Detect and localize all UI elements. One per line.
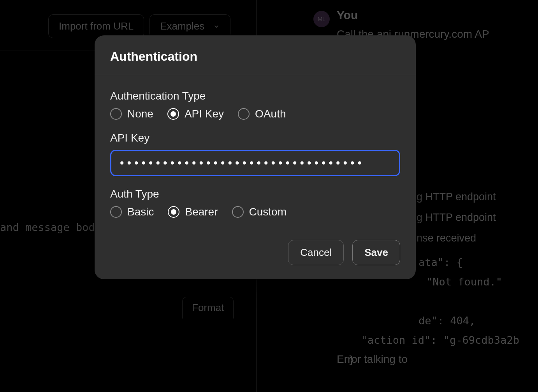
auth-type-group: Auth Type Basic Bearer Custom [110, 188, 400, 218]
auth-type-label: Auth Type [110, 188, 400, 200]
radio-icon [110, 108, 122, 120]
endpoint-line: g HTTP endpoint [417, 207, 496, 228]
format-button[interactable]: Format [182, 297, 234, 318]
examples-dropdown[interactable]: Examples [149, 14, 230, 38]
examples-label: Examples [160, 20, 204, 32]
save-button[interactable]: Save [352, 240, 400, 265]
authentication-modal: Authentication Authentication Type None … [95, 35, 416, 279]
you-label: You [337, 9, 358, 22]
radio-custom[interactable]: Custom [232, 206, 287, 218]
api-key-input[interactable] [110, 150, 400, 176]
modal-footer: Cancel Save [95, 238, 416, 279]
code-snippet-left: and message body" [0, 221, 107, 233]
radio-bearer[interactable]: Bearer [168, 206, 218, 218]
radio-icon [232, 206, 244, 218]
modal-header: Authentication [95, 35, 416, 75]
authentication-type-group: Authentication Type None API Key OAuth [110, 90, 400, 120]
api-key-label: API Key [110, 132, 400, 144]
endpoint-line: g HTTP endpoint [417, 187, 496, 207]
radio-icon [238, 108, 250, 120]
avatar-initials: ML [318, 16, 325, 22]
radio-label: Basic [127, 206, 154, 218]
radio-label: None [127, 108, 153, 120]
avatar: ML [313, 11, 330, 27]
radio-icon [110, 206, 122, 218]
radio-label: Bearer [185, 206, 218, 218]
auth-type-options: Basic Bearer Custom [110, 206, 400, 218]
modal-body: Authentication Type None API Key OAuth A… [95, 75, 416, 238]
authentication-type-options: None API Key OAuth [110, 108, 400, 120]
radio-label: API Key [185, 108, 224, 120]
radio-label: OAuth [255, 108, 286, 120]
error-text: Error talking to [337, 353, 408, 366]
radio-label: Custom [249, 206, 287, 218]
radio-basic[interactable]: Basic [110, 206, 154, 218]
radio-oauth[interactable]: OAuth [238, 108, 286, 120]
cancel-button[interactable]: Cancel [288, 240, 344, 265]
import-label: Import from URL [59, 20, 134, 32]
endpoint-line: nse received [417, 228, 496, 248]
format-label: Format [192, 302, 224, 313]
api-key-group: API Key [110, 132, 400, 176]
modal-title: Authentication [110, 49, 400, 64]
endpoint-lines: g HTTP endpoint g HTTP endpoint nse rece… [417, 187, 496, 248]
save-label: Save [364, 247, 388, 258]
radio-none[interactable]: None [110, 108, 153, 120]
radio-icon [168, 206, 179, 218]
bg-toolbar: Import from URL Examples [48, 14, 230, 38]
radio-icon [167, 108, 179, 120]
authentication-type-label: Authentication Type [110, 90, 400, 102]
radio-api-key[interactable]: API Key [167, 108, 224, 120]
import-from-url-button[interactable]: Import from URL [48, 14, 144, 38]
cancel-label: Cancel [300, 247, 332, 258]
chevron-down-icon [213, 23, 220, 30]
